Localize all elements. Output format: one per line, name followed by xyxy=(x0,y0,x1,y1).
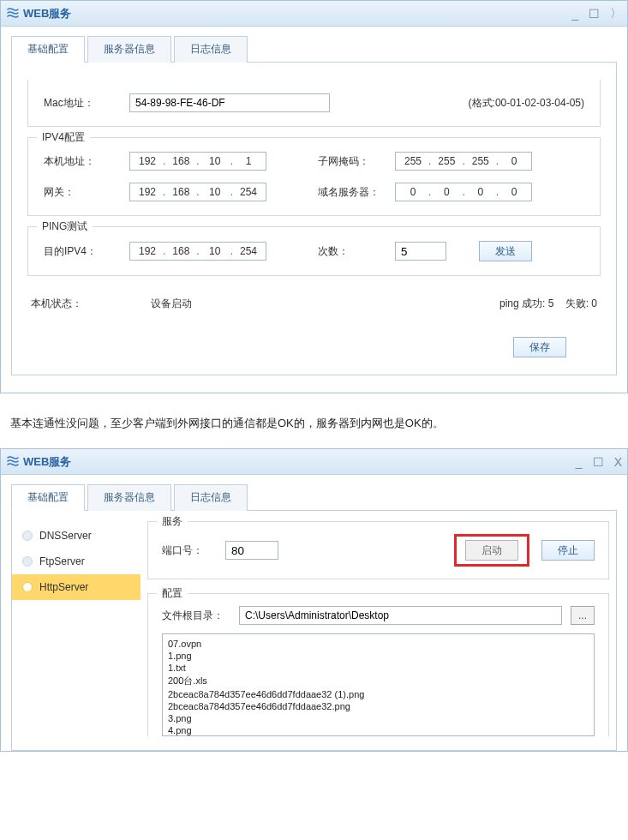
connectivity-note: 基本连通性没问题，至少客户端到外网接口的通信都是OK的，服务器到内网也是OK的。 xyxy=(10,416,618,431)
ping-count-label: 次数： xyxy=(318,244,386,259)
local-status-value: 设备启动 xyxy=(151,297,499,311)
window-title: WEB服务 xyxy=(23,454,71,470)
minimize-icon[interactable]: _ xyxy=(571,7,578,21)
config-panel: DNSServer FtpServer HttpServer 服务 xyxy=(11,511,617,751)
dns-input[interactable]: 0. 0. 0. 0 xyxy=(395,183,532,201)
file-root-input[interactable] xyxy=(239,606,562,625)
tab-bar: 基础配置 服务器信息 日志信息 xyxy=(11,483,617,511)
start-button[interactable]: 启动 xyxy=(465,540,518,561)
window-controls: _ ☐ X xyxy=(576,455,622,469)
local-ip-input[interactable]: 192. 168. 10. 1 xyxy=(129,152,266,171)
titlebar: WEB服务 _ ☐ X xyxy=(1,449,627,475)
list-item[interactable]: 1.txt xyxy=(168,662,589,674)
tab-log-info[interactable]: 日志信息 xyxy=(174,36,248,63)
tab-server-info[interactable]: 服务器信息 xyxy=(87,36,171,63)
file-list[interactable]: 07.ovpn 1.png 1.txt 200台.xls 2bceac8a784… xyxy=(162,633,595,736)
list-item[interactable]: 4.png xyxy=(168,724,589,736)
list-item[interactable]: 200台.xls xyxy=(168,674,589,688)
tab-bar: 基础配置 服务器信息 日志信息 xyxy=(11,35,617,63)
gateway-input[interactable]: 192. 168. 10. 254 xyxy=(129,183,266,201)
maximize-icon[interactable]: ☐ xyxy=(593,455,604,469)
config-panel: Mac地址： (格式:00-01-02-03-04-05) IPV4配置 本机地… xyxy=(11,63,617,375)
minimize-icon[interactable]: _ xyxy=(576,455,583,469)
server-status-dot xyxy=(22,556,33,567)
sidebar-item-label: HttpServer xyxy=(39,581,88,593)
stop-button[interactable]: 停止 xyxy=(541,540,595,561)
config-group: 配置 文件根目录： ... 07.ovpn 1.png 1.txt 200台.x… xyxy=(147,593,609,736)
tab-log-info[interactable]: 日志信息 xyxy=(174,484,248,511)
server-status-dot xyxy=(22,582,33,592)
ping-result-text: ping 成功: 5 失败: 0 xyxy=(499,297,597,311)
list-item[interactable]: 1.png xyxy=(168,650,589,662)
window-title: WEB服务 xyxy=(23,6,71,21)
subnet-mask-label: 子网掩码： xyxy=(318,154,386,169)
tab-basic-config[interactable]: 基础配置 xyxy=(11,36,85,63)
ping-group: PING测试 目的IPV4： 192. 168. 10. 254 次数： 发送 xyxy=(27,226,601,276)
status-row: 本机状态： 设备启动 ping 成功: 5 失败: 0 xyxy=(27,291,601,316)
dns-label: 域名服务器： xyxy=(318,185,386,200)
port-label: 端口号： xyxy=(162,543,213,558)
port-input[interactable] xyxy=(225,541,278,560)
sidebar-item-ftpserver[interactable]: FtpServer xyxy=(12,549,141,574)
file-root-label: 文件根目录： xyxy=(162,609,230,623)
list-item[interactable]: 07.ovpn xyxy=(168,638,589,650)
ping-send-button[interactable]: 发送 xyxy=(479,241,532,261)
list-item[interactable]: 3.png xyxy=(168,712,589,724)
ping-count-input[interactable] xyxy=(395,242,446,261)
sidebar-item-label: FtpServer xyxy=(39,555,85,567)
mac-format-hint: (格式:00-01-02-03-04-05) xyxy=(469,96,584,111)
window-web-service-2: WEB服务 _ ☐ X 基础配置 服务器信息 日志信息 DNSServer xyxy=(0,448,628,752)
config-group-title: 配置 xyxy=(157,586,188,601)
start-button-highlight: 启动 xyxy=(454,534,529,567)
local-ip-label: 本机地址： xyxy=(44,154,121,169)
titlebar: WEB服务 _ ☐ 〉 xyxy=(1,1,627,27)
ping-target-input[interactable]: 192. 168. 10. 254 xyxy=(129,242,266,261)
browse-button[interactable]: ... xyxy=(571,606,595,625)
maximize-icon[interactable]: ☐ xyxy=(589,7,600,21)
ipv4-group: IPV4配置 本机地址： 192. 168. 10. 1 子网掩码： 255. … xyxy=(27,137,601,216)
ping-target-label: 目的IPV4： xyxy=(44,244,121,259)
app-logo-icon xyxy=(6,455,20,469)
window-controls: _ ☐ 〉 xyxy=(571,6,622,21)
tab-basic-config[interactable]: 基础配置 xyxy=(11,484,85,511)
local-status-label: 本机状态： xyxy=(31,297,151,311)
save-button[interactable]: 保存 xyxy=(513,337,566,357)
close-icon[interactable]: X xyxy=(614,455,622,469)
mac-label: Mac地址： xyxy=(44,96,121,111)
tab-server-info[interactable]: 服务器信息 xyxy=(87,484,171,511)
server-status-dot xyxy=(22,531,33,541)
list-item[interactable]: 2bceac8a784d357ee46d6dd7fddaae32.png xyxy=(168,700,589,712)
service-group-title: 服务 xyxy=(157,514,188,529)
gateway-label: 网关： xyxy=(44,185,121,200)
ping-group-title: PING测试 xyxy=(37,219,93,234)
subnet-mask-input[interactable]: 255. 255. 255. 0 xyxy=(395,152,532,171)
window-web-service-1: WEB服务 _ ☐ 〉 基础配置 服务器信息 日志信息 Mac地址： (格式:0… xyxy=(0,0,628,393)
sidebar-item-dnsserver[interactable]: DNSServer xyxy=(12,523,141,549)
server-sidebar: DNSServer FtpServer HttpServer xyxy=(12,511,141,750)
sidebar-item-httpserver[interactable]: HttpServer xyxy=(12,574,141,600)
app-logo-icon xyxy=(6,7,20,21)
mac-group: Mac地址： (格式:00-01-02-03-04-05) xyxy=(27,80,601,127)
ipv4-group-title: IPV4配置 xyxy=(37,130,90,145)
mac-input[interactable] xyxy=(129,93,330,112)
service-group: 服务 端口号： 启动 停止 xyxy=(147,521,609,579)
sidebar-item-label: DNSServer xyxy=(39,530,92,542)
close-icon[interactable]: 〉 xyxy=(610,6,622,21)
list-item[interactable]: 2bceac8a784d357ee46d6dd7fddaae32 (1).png xyxy=(168,688,589,700)
